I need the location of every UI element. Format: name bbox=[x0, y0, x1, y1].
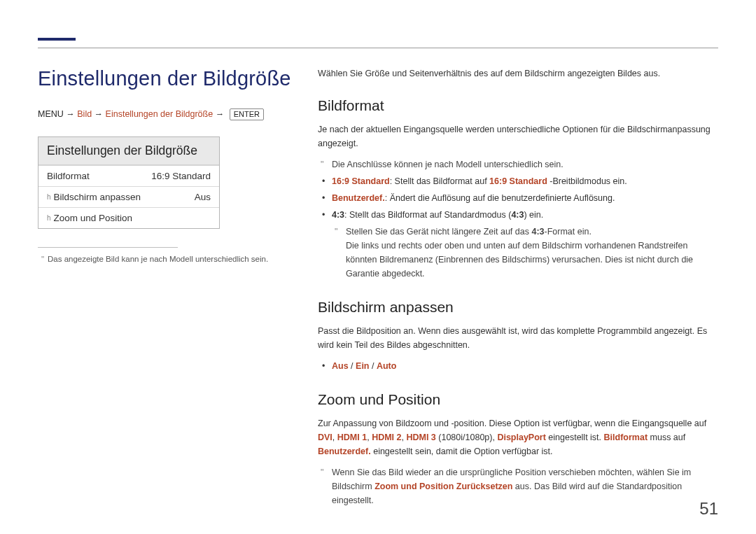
menu-row-label: hZoom und Position bbox=[47, 213, 132, 223]
breadcrumb-bild: Bild bbox=[77, 109, 92, 119]
bildschirm-para: Passt die Bildposition an. Wenn dies aus… bbox=[318, 324, 721, 352]
subhead-bildschirm: Bildschirm anpassen bbox=[318, 299, 721, 316]
bullet-16-9: 16:9 Standard: Stellt das Bildformat auf… bbox=[332, 174, 721, 188]
footnote-text: Das angezeigte Bild kann je nach Modell … bbox=[48, 255, 268, 263]
zoom-note-list: Wenn Sie das Bild wieder an die ursprüng… bbox=[318, 465, 721, 507]
breadcrumb-menu: MENU bbox=[38, 109, 64, 119]
subhead-bildformat: Bildformat bbox=[318, 97, 721, 114]
menu-row-value: 16:9 Standard bbox=[151, 171, 211, 181]
menu-row-label: hBildschirm anpassen bbox=[47, 192, 141, 202]
lock-icon: h bbox=[47, 193, 51, 201]
intro-text: Wählen Sie Größe und Seitenverhältnis de… bbox=[318, 67, 721, 80]
breadcrumb: MENU → Bild → Einstellungen der Bildgröß… bbox=[38, 108, 297, 121]
subhead-zoom: Zoom und Position bbox=[318, 391, 721, 408]
bullet-list: 16:9 Standard: Stellt das Bildformat auf… bbox=[318, 174, 721, 281]
accent-bar bbox=[38, 38, 76, 41]
zoom-para: Zur Anpassung von Bildzoom und -position… bbox=[318, 416, 721, 458]
page-number: 51 bbox=[699, 499, 718, 519]
footnote-divider bbox=[38, 247, 178, 248]
menu-row-bildschirm-anpassen: hBildschirm anpassen Aus bbox=[38, 186, 219, 207]
options-list: Aus / Ein / Auto bbox=[318, 359, 721, 373]
bullet-4-3: 4:3: Stellt das Bildformat auf Standardm… bbox=[332, 208, 721, 281]
section-zoom-position: Zoom und Position Zur Anpassung von Bild… bbox=[318, 391, 721, 507]
lock-icon: h bbox=[47, 214, 51, 222]
left-column: Einstellungen der Bildgröße MENU → Bild … bbox=[38, 67, 297, 265]
section-title: Einstellungen der Bildgröße bbox=[38, 67, 297, 90]
bullet-benutzerdef: Benutzerdef.: Ändert die Auflösung auf d… bbox=[332, 191, 721, 205]
section-bildformat: Bildformat Je nach der aktuellen Eingang… bbox=[318, 97, 721, 281]
page: Einstellungen der Bildgröße MENU → Bild … bbox=[0, 0, 756, 534]
arrow-icon: → bbox=[94, 109, 104, 119]
menu-row-value: Aus bbox=[195, 192, 211, 202]
arrow-icon: → bbox=[216, 109, 225, 119]
note-list: Die Anschlüsse können je nach Modell unt… bbox=[318, 157, 721, 171]
menu-box-title: Einstellungen der Bildgröße bbox=[38, 137, 219, 165]
section-bildschirm-anpassen: Bildschirm anpassen Passt die Bildpositi… bbox=[318, 299, 721, 373]
right-column: Wählen Sie Größe und Seitenverhältnis de… bbox=[318, 67, 721, 526]
breadcrumb-einstellungen: Einstellungen der Bildgröße bbox=[106, 109, 214, 119]
menu-row-label: Bildformat bbox=[47, 171, 90, 181]
menu-row-zoom-position: hZoom und Position bbox=[38, 207, 219, 228]
footnote: "Das angezeigte Bild kann je nach Modell… bbox=[38, 253, 297, 265]
note-item: Die Anschlüsse können je nach Modell unt… bbox=[332, 157, 721, 171]
options-item: Aus / Ein / Auto bbox=[332, 359, 721, 373]
quote-mark-icon: " bbox=[38, 253, 48, 265]
menu-box: Einstellungen der Bildgröße Bildformat 1… bbox=[38, 136, 220, 229]
arrow-icon: → bbox=[66, 109, 75, 119]
menu-row-bildformat: Bildformat 16:9 Standard bbox=[38, 165, 219, 186]
enter-button-icon: ENTER bbox=[230, 108, 264, 120]
zoom-note-item: Wenn Sie das Bild wieder an die ursprüng… bbox=[332, 465, 721, 507]
bildformat-para: Je nach der aktuellen Eingangsquelle wer… bbox=[318, 122, 721, 150]
top-divider bbox=[38, 48, 718, 48]
sub-note-list: Stellen Sie das Gerät nicht längere Zeit… bbox=[332, 225, 721, 281]
sub-note-item: Stellen Sie das Gerät nicht längere Zeit… bbox=[346, 225, 721, 281]
